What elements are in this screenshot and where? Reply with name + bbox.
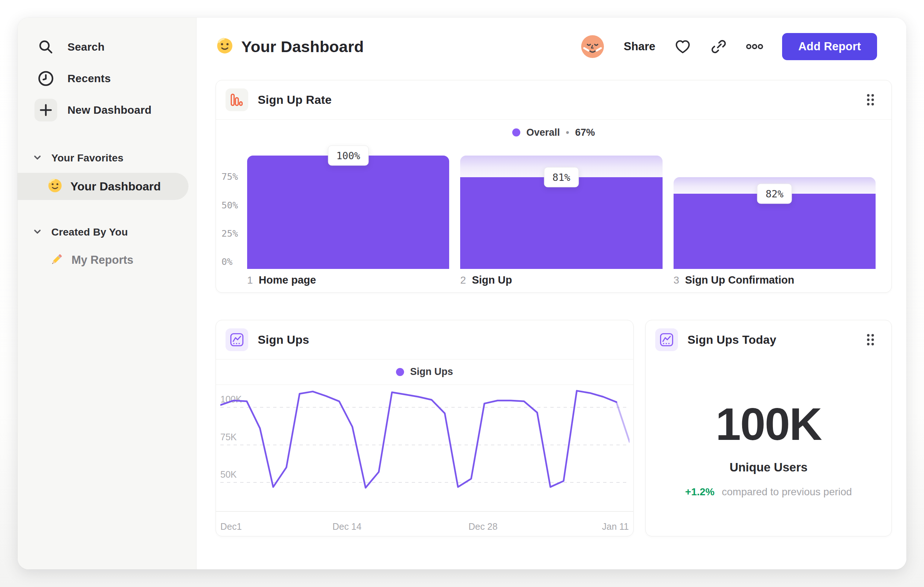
chevron-down-icon bbox=[33, 227, 42, 237]
funnel-y-tick: 50% bbox=[221, 200, 238, 211]
line-x-tick: Dec1 bbox=[220, 521, 242, 532]
legend-series-label: Overall bbox=[526, 127, 560, 138]
funnel-bar-fill bbox=[673, 194, 876, 269]
page-header: Your Dashboard Share Add Report bbox=[216, 33, 892, 60]
sidebar-item-label: Search bbox=[68, 41, 104, 53]
sign-up-rate-card: Sign Up Rate Overall • 67% 75%50%25%0% 1… bbox=[216, 80, 892, 293]
plus-icon bbox=[35, 99, 57, 121]
section-your-favorites[interactable]: Your Favorites bbox=[18, 146, 196, 170]
share-button[interactable]: Share bbox=[624, 40, 655, 53]
funnel-y-tick: 0% bbox=[221, 256, 233, 267]
sidebar-item-label: My Reports bbox=[71, 253, 134, 267]
bar-chart-icon bbox=[226, 88, 248, 111]
line-chart-icon bbox=[655, 328, 678, 351]
stat-delta-row: +1.2% compared to previous period bbox=[646, 486, 891, 498]
funnel-step-label: 2Sign Up bbox=[460, 274, 662, 286]
funnel-bar: 81% bbox=[460, 155, 662, 269]
line-plot bbox=[220, 385, 630, 511]
sidebar-item-label: New Dashboard bbox=[68, 104, 152, 116]
heart-icon[interactable] bbox=[674, 38, 691, 55]
section-created-by-you[interactable]: Created By You bbox=[18, 220, 196, 244]
funnel-step-label: 3Sign Up Confirmation bbox=[673, 274, 876, 286]
add-report-button[interactable]: Add Report bbox=[782, 33, 877, 60]
stat-value: 100K bbox=[646, 398, 891, 450]
line-x-axis: Dec1Dec 14Dec 28Jan 11 bbox=[220, 521, 629, 533]
legend-dot bbox=[512, 128, 520, 136]
sidebar-item-label: Your Dashboard bbox=[70, 180, 161, 193]
funnel-step-label: 1Home page bbox=[247, 274, 449, 286]
conversion-tooltip: 81% bbox=[544, 167, 579, 187]
sidebar-item-label: Recents bbox=[68, 72, 111, 85]
clock-icon bbox=[35, 67, 57, 90]
section-label: Created By You bbox=[51, 227, 128, 238]
step-name: Sign Up Confirmation bbox=[685, 274, 794, 286]
link-icon[interactable] bbox=[710, 38, 727, 55]
sidebar-item-recents[interactable]: Recents bbox=[18, 63, 196, 94]
card-title: Sign Ups Today bbox=[688, 333, 776, 347]
funnel-bar: 82% bbox=[673, 155, 876, 269]
stat-metric-label: Unique Users bbox=[646, 460, 891, 475]
smiley-emoji bbox=[216, 37, 233, 56]
pencil-emoji bbox=[50, 252, 63, 268]
step-index: 2 bbox=[460, 274, 466, 286]
conversion-tooltip: 100% bbox=[328, 146, 368, 166]
section-label: Your Favorites bbox=[51, 152, 124, 164]
legend-dot bbox=[396, 368, 404, 376]
sidebar: Search Recents New Dashboard Your Favori… bbox=[18, 18, 196, 569]
sidebar-item-your-dashboard[interactable]: Your Dashboard bbox=[18, 173, 188, 200]
funnel-y-tick: 75% bbox=[221, 171, 238, 182]
step-index: 1 bbox=[247, 274, 253, 286]
funnel-bar: 100% bbox=[247, 155, 449, 269]
line-legend: Sign Ups bbox=[216, 359, 633, 385]
funnel-legend: Overall • 67% bbox=[216, 119, 891, 146]
funnel-step-labels: 1Home page2Sign Up3Sign Up Confirmation bbox=[247, 274, 876, 286]
line-series bbox=[220, 391, 616, 488]
step-name: Sign Up bbox=[472, 274, 512, 286]
line-x-tick: Dec 28 bbox=[469, 521, 498, 532]
legend-separator: • bbox=[566, 127, 569, 138]
conversion-tooltip: 82% bbox=[757, 184, 792, 203]
funnel-bars: 100%81%82% bbox=[247, 155, 876, 269]
step-name: Home page bbox=[259, 274, 316, 286]
app-window: Search Recents New Dashboard Your Favori… bbox=[18, 18, 906, 569]
line-x-tick: Dec 14 bbox=[333, 521, 361, 532]
drag-handle-icon[interactable] bbox=[866, 93, 875, 107]
stat-delta: +1.2% bbox=[685, 486, 714, 498]
card-title: Sign Up Rate bbox=[258, 93, 332, 107]
card-title: Sign Ups bbox=[258, 333, 309, 347]
avatar[interactable] bbox=[581, 35, 605, 59]
step-index: 3 bbox=[673, 274, 680, 286]
sidebar-item-new-dashboard[interactable]: New Dashboard bbox=[18, 94, 196, 126]
main-content: Your Dashboard Share Add Report bbox=[196, 18, 906, 569]
line-x-tick: Jan 11 bbox=[602, 521, 629, 532]
page-title: Your Dashboard bbox=[241, 38, 364, 56]
funnel-bar-fill bbox=[247, 155, 449, 269]
smiley-emoji bbox=[48, 178, 62, 194]
sidebar-item-my-reports[interactable]: My Reports bbox=[18, 246, 196, 274]
sign-ups-card: Sign Ups Sign Ups 100K75K50K Dec1Dec 14D… bbox=[216, 320, 634, 536]
legend-value: 67% bbox=[575, 127, 595, 138]
chevron-down-icon bbox=[33, 153, 42, 163]
line-series bbox=[616, 402, 630, 442]
more-options-icon[interactable] bbox=[746, 38, 763, 55]
funnel-y-tick: 25% bbox=[221, 228, 238, 239]
funnel-bar-fill bbox=[460, 177, 662, 269]
x-axis-line bbox=[216, 511, 633, 512]
legend-series-label: Sign Ups bbox=[410, 366, 453, 377]
drag-handle-icon[interactable] bbox=[866, 333, 875, 347]
search-icon bbox=[35, 36, 57, 58]
sign-ups-today-card: Sign Ups Today 100K Unique Users +1.2% c… bbox=[645, 320, 892, 536]
sidebar-item-search[interactable]: Search bbox=[18, 31, 196, 63]
line-chart-icon bbox=[226, 328, 248, 351]
stat-delta-caption: compared to previous period bbox=[722, 486, 852, 498]
